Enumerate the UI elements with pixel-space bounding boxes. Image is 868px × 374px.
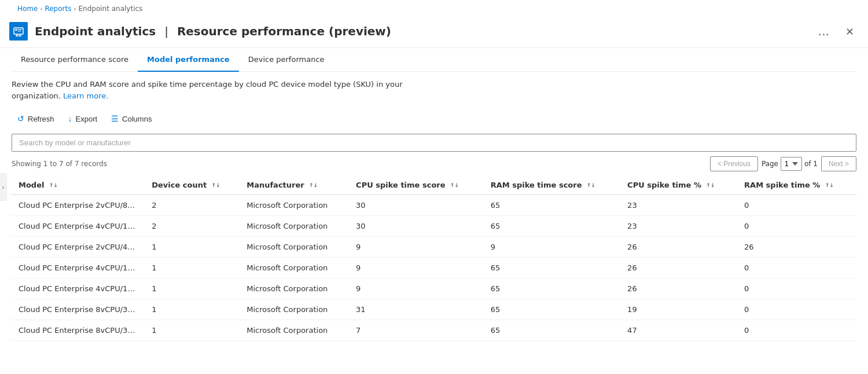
col-manufacturer[interactable]: Manufacturer ↑↓ — [240, 176, 349, 195]
cell-0-5: 23 — [620, 195, 737, 216]
col-cpu-spike-pct[interactable]: CPU spike time % ↑↓ — [620, 176, 737, 195]
learn-more-link[interactable]: Learn more. — [63, 91, 108, 100]
table-row[interactable]: Cloud PC Enterprise 4vCPU/16...2Microsof… — [12, 216, 856, 237]
tab-resource-performance-score[interactable]: Resource performance score — [12, 48, 138, 72]
cell-4-5: 26 — [620, 278, 737, 299]
columns-button[interactable]: ☰ Columns — [105, 111, 157, 127]
cell-4-6: 0 — [737, 278, 856, 299]
table-row[interactable]: Cloud PC Enterprise 8vCPU/32...1Microsof… — [12, 299, 856, 320]
sort-icon-model: ↑↓ — [49, 183, 58, 188]
cell-6-1: 1 — [145, 320, 240, 341]
breadcrumb-reports[interactable]: Reports — [45, 5, 71, 13]
endpoint-analytics-icon — [13, 25, 24, 37]
search-container — [12, 134, 856, 152]
svg-rect-5 — [18, 29, 22, 30]
cell-2-0: Cloud PC Enterprise 2vCPU/4... — [12, 237, 145, 258]
cell-0-1: 2 — [145, 195, 240, 216]
tab-model-performance[interactable]: Model performance — [138, 48, 239, 72]
cell-6-3: 7 — [349, 320, 484, 341]
cell-1-6: 0 — [737, 216, 856, 237]
chevron-right-icon: › — [2, 184, 5, 190]
close-button[interactable]: ✕ — [841, 23, 859, 40]
export-button[interactable]: ↓ Export — [62, 111, 104, 127]
cell-4-0: Cloud PC Enterprise 4vCPU/16... — [12, 278, 145, 299]
cell-1-1: 2 — [145, 216, 240, 237]
cell-5-3: 31 — [349, 299, 484, 320]
cell-1-5: 23 — [620, 216, 737, 237]
description-text: Review the CPU and RAM score and spike t… — [12, 79, 417, 101]
svg-rect-6 — [18, 31, 21, 32]
cell-4-3: 9 — [349, 278, 484, 299]
cell-3-5: 26 — [620, 258, 737, 278]
table-row[interactable]: Cloud PC Enterprise 2vCPU/4...1Microsoft… — [12, 237, 856, 258]
cell-3-3: 9 — [349, 258, 484, 278]
page-header: Endpoint analytics | Resource performanc… — [0, 17, 868, 48]
cell-4-1: 1 — [145, 278, 240, 299]
cell-0-2: Microsoft Corporation — [240, 195, 349, 216]
data-table: Model ↑↓ Device count ↑↓ Manufacturer ↑↓… — [12, 176, 856, 341]
page-icon — [9, 22, 28, 41]
page-title-separator: | — [164, 24, 168, 38]
records-bar: Showing 1 to 7 of 7 records < Previous P… — [12, 156, 856, 171]
columns-icon: ☰ — [111, 114, 119, 123]
cell-0-0: Cloud PC Enterprise 2vCPU/8... — [12, 195, 145, 216]
sort-icon-cpu-spike-score: ↑↓ — [450, 183, 459, 188]
more-options-button[interactable]: ... — [814, 22, 834, 41]
cell-0-3: 30 — [349, 195, 484, 216]
svg-rect-4 — [15, 29, 17, 31]
table-row[interactable]: Cloud PC Enterprise 4vCPU/16...1Microsof… — [12, 278, 856, 299]
cell-5-2: Microsoft Corporation — [240, 299, 349, 320]
refresh-button[interactable]: ↺ Refresh — [12, 111, 60, 127]
breadcrumb-sep-2: › — [73, 6, 76, 12]
cell-4-4: 65 — [484, 278, 620, 299]
cell-2-1: 1 — [145, 237, 240, 258]
cell-3-2: Microsoft Corporation — [240, 258, 349, 278]
table-header-row: Model ↑↓ Device count ↑↓ Manufacturer ↑↓… — [12, 176, 856, 195]
export-icon: ↓ — [68, 114, 72, 123]
cell-3-0: Cloud PC Enterprise 4vCPU/16... — [12, 258, 145, 278]
cell-6-4: 65 — [484, 320, 620, 341]
table-row[interactable]: Cloud PC Enterprise 8vCPU/32...1Microsof… — [12, 320, 856, 341]
cell-5-1: 1 — [145, 299, 240, 320]
sort-icon-manufacturer: ↑↓ — [309, 183, 318, 188]
cell-0-4: 65 — [484, 195, 620, 216]
cell-6-5: 47 — [620, 320, 737, 341]
breadcrumb: Home › Reports › Endpoint analytics — [8, 0, 868, 17]
cell-1-4: 65 — [484, 216, 620, 237]
cell-1-2: Microsoft Corporation — [240, 216, 349, 237]
cell-5-6: 0 — [737, 299, 856, 320]
col-ram-spike-score[interactable]: RAM spike time score ↑↓ — [484, 176, 620, 195]
cell-2-6: 26 — [737, 237, 856, 258]
sort-icon-ram-spike-score: ↑↓ — [587, 183, 595, 188]
cell-6-0: Cloud PC Enterprise 8vCPU/32... — [12, 320, 145, 341]
refresh-icon: ↺ — [17, 114, 24, 123]
cell-2-5: 26 — [620, 237, 737, 258]
sort-icon-device-count: ↑↓ — [212, 183, 220, 188]
cell-1-3: 30 — [349, 216, 484, 237]
previous-button[interactable]: < Previous — [710, 156, 758, 171]
col-cpu-spike-score[interactable]: CPU spike time score ↑↓ — [349, 176, 484, 195]
sort-icon-cpu-spike-pct: ↑↓ — [707, 183, 715, 188]
cell-6-6: 0 — [737, 320, 856, 341]
cell-0-6: 0 — [737, 195, 856, 216]
breadcrumb-sep-1: › — [40, 6, 42, 12]
of-label: of 1 — [804, 160, 818, 168]
sort-icon-ram-spike-pct: ↑↓ — [825, 183, 834, 188]
tab-device-performance[interactable]: Device performance — [239, 48, 334, 72]
records-summary: Showing 1 to 7 of 7 records — [12, 160, 107, 168]
table-row[interactable]: Cloud PC Enterprise 2vCPU/8...2Microsoft… — [12, 195, 856, 216]
table-row[interactable]: Cloud PC Enterprise 4vCPU/16...1Microsof… — [12, 258, 856, 278]
col-device-count[interactable]: Device count ↑↓ — [145, 176, 240, 195]
cell-4-2: Microsoft Corporation — [240, 278, 349, 299]
col-ram-spike-pct[interactable]: RAM spike time % ↑↓ — [737, 176, 856, 195]
breadcrumb-home[interactable]: Home — [17, 5, 38, 13]
page-select[interactable]: 1 — [781, 157, 802, 171]
pagination: < Previous Page 1 of 1 Next > — [710, 156, 856, 171]
cell-5-4: 65 — [484, 299, 620, 320]
col-model[interactable]: Model ↑↓ — [12, 176, 145, 195]
cell-5-0: Cloud PC Enterprise 8vCPU/32... — [12, 299, 145, 320]
search-input[interactable] — [12, 134, 856, 152]
next-button[interactable]: Next > — [821, 156, 856, 171]
cell-5-5: 19 — [620, 299, 737, 320]
sidebar-toggle[interactable]: › — [0, 173, 7, 201]
